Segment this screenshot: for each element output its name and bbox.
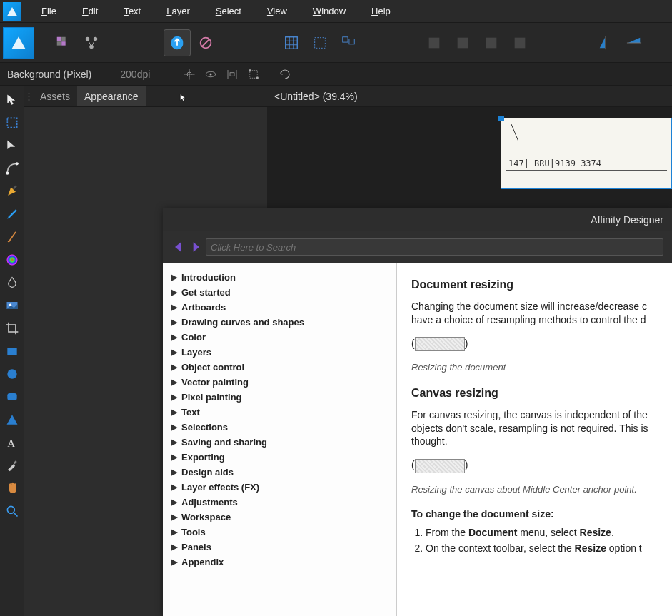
transform-origin-button[interactable] — [179, 64, 200, 84]
triangle-tool[interactable] — [2, 410, 22, 430]
menu-select[interactable]: Select — [203, 0, 254, 22]
persona-export-icon[interactable] — [78, 29, 105, 56]
transparency-tool[interactable] — [2, 273, 22, 293]
arrange-align-button[interactable] — [421, 29, 448, 56]
svg-rect-19 — [486, 37, 497, 48]
main-toolbar — [0, 23, 672, 63]
help-search-input[interactable] — [206, 238, 663, 256]
toc-item[interactable]: ▶Selections — [169, 420, 391, 435]
toc-item[interactable]: ▶Design aids — [169, 465, 391, 480]
menu-file[interactable]: File — [29, 0, 69, 22]
help-step: From the Document menu, select Resize. — [426, 527, 661, 538]
snap-grid-button[interactable] — [278, 29, 305, 56]
toc-item[interactable]: ▶Adjustments — [169, 495, 391, 510]
svg-rect-14 — [315, 37, 326, 48]
menu-layer[interactable]: Layer — [154, 0, 203, 22]
svg-rect-9 — [286, 36, 298, 49]
toc-item[interactable]: ▶Color — [169, 330, 391, 345]
pencil-tool[interactable] — [2, 204, 22, 224]
zoom-tool[interactable] — [2, 501, 22, 521]
text-tool[interactable]: A — [2, 433, 22, 453]
help-subheading: To change the document size: — [411, 508, 661, 520]
toc-item[interactable]: ▶Get started — [169, 285, 391, 300]
toc-item[interactable]: ▶Artboards — [169, 300, 391, 315]
svg-rect-30 — [230, 72, 234, 76]
persona-pixel-icon[interactable] — [49, 29, 76, 56]
menu-view[interactable]: View — [254, 0, 300, 22]
align-width-button[interactable] — [221, 64, 243, 84]
document-preview[interactable]: 147| BRU|9139 3374 — [501, 118, 672, 189]
toc-item[interactable]: ▶Text — [169, 405, 391, 420]
arrange-fwd-button[interactable] — [478, 29, 505, 56]
reset-transform-button[interactable] — [274, 64, 296, 84]
help-paragraph: Changing the document size will increase… — [411, 300, 661, 327]
node-tool[interactable] — [2, 136, 22, 156]
svg-rect-34 — [7, 118, 16, 127]
help-steps-list: From the Document menu, select Resize. O… — [426, 527, 661, 554]
persona-designer-icon[interactable] — [3, 27, 34, 59]
toc-item[interactable]: ▶Appendix — [169, 555, 391, 570]
artboard-tool[interactable] — [2, 113, 22, 133]
help-toc: ▶Introduction ▶Get started ▶Artboards ▶D… — [163, 263, 397, 616]
snap-pixel-button[interactable] — [306, 29, 334, 56]
flip-horiz-button[interactable] — [592, 29, 619, 56]
toc-item[interactable]: ▶Panels — [169, 540, 391, 555]
crop-tool[interactable] — [2, 318, 22, 338]
menubar: File Edit Text Layer Select View Window … — [0, 0, 672, 23]
menu-text[interactable]: Text — [111, 0, 154, 22]
pen-tool[interactable] — [2, 181, 22, 201]
arrange-back-button[interactable] — [449, 29, 476, 56]
toc-item[interactable]: ▶Object control — [169, 360, 391, 375]
show-hide-button[interactable] — [200, 64, 221, 84]
revert-defaults-button[interactable] — [192, 29, 219, 56]
help-media-placeholder: () — [411, 337, 661, 351]
help-title: Affinity Designer — [163, 208, 672, 231]
sync-defaults-button[interactable] — [164, 29, 191, 56]
context-toolbar: Background (Pixel) 200dpi — [0, 63, 672, 86]
svg-line-46 — [511, 124, 518, 141]
panel-grip-icon[interactable]: ⋮ — [24, 91, 33, 101]
toc-item[interactable]: ▶Workspace — [169, 510, 391, 525]
arrange-front-button[interactable] — [506, 29, 533, 56]
snap-options-button[interactable] — [335, 29, 362, 56]
eyedropper-tool[interactable] — [2, 455, 22, 475]
help-back-button[interactable] — [171, 240, 186, 254]
toc-item[interactable]: ▶Layer effects (FX) — [169, 480, 391, 495]
svg-point-35 — [6, 172, 9, 175]
svg-rect-31 — [250, 70, 258, 78]
svg-rect-1 — [61, 36, 66, 41]
toc-item[interactable]: ▶Introduction — [169, 270, 391, 285]
panel-tab-assets[interactable]: Assets — [33, 86, 77, 106]
svg-line-8 — [202, 39, 210, 46]
svg-rect-42 — [7, 393, 16, 400]
help-caption: Resizing the document — [411, 361, 661, 374]
toc-item[interactable]: ▶Saving and sharing — [169, 435, 391, 450]
toc-item[interactable]: ▶Vector painting — [169, 375, 391, 390]
panel-tab-appearance[interactable]: Appearance — [77, 86, 146, 106]
help-forward-button[interactable] — [189, 240, 203, 254]
toc-item[interactable]: ▶Exporting — [169, 450, 391, 465]
toc-item[interactable]: ▶Pixel painting — [169, 390, 391, 405]
selection-handle[interactable] — [498, 116, 504, 121]
document-tab[interactable]: <Untitled> (39.4%) — [267, 86, 672, 107]
rounded-rect-tool[interactable] — [2, 387, 22, 407]
toc-item[interactable]: ▶Layers — [169, 345, 391, 360]
rectangle-tool[interactable] — [2, 341, 22, 361]
help-body: ▶Introduction ▶Get started ▶Artboards ▶D… — [163, 263, 672, 616]
menu-window[interactable]: Window — [300, 0, 358, 22]
ellipse-tool[interactable] — [2, 364, 22, 384]
fill-tool[interactable] — [2, 250, 22, 270]
hand-tool[interactable] — [2, 478, 22, 498]
transform-bounds-button[interactable] — [243, 64, 264, 84]
flip-vert-button[interactable] — [621, 29, 648, 56]
app-logo — [3, 2, 21, 21]
brush-tool[interactable] — [2, 227, 22, 247]
context-dpi-label[interactable]: 200dpi — [120, 69, 150, 80]
menu-help[interactable]: Help — [358, 0, 403, 22]
menu-edit[interactable]: Edit — [69, 0, 111, 22]
toc-item[interactable]: ▶Drawing curves and shapes — [169, 315, 391, 330]
corner-tool[interactable] — [2, 158, 22, 178]
move-tool[interactable] — [2, 90, 22, 110]
place-tool[interactable] — [2, 296, 22, 315]
toc-item[interactable]: ▶Tools — [169, 525, 391, 540]
